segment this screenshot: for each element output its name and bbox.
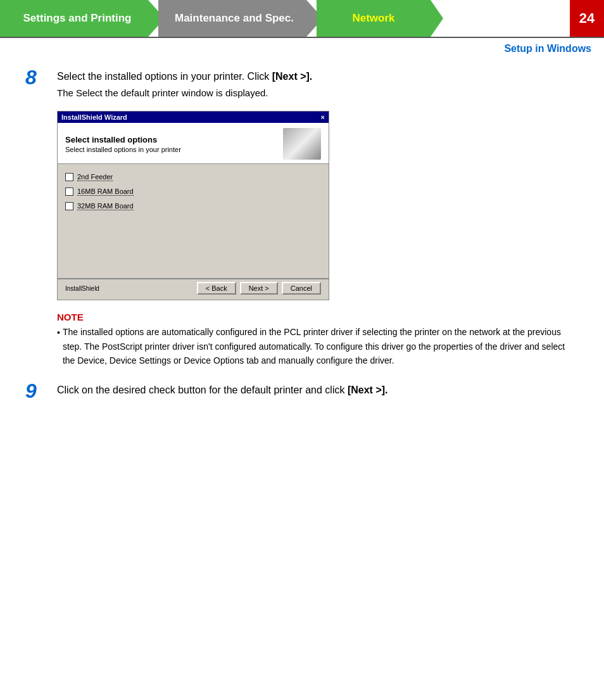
checkbox-row-3: 32MB RAM Board: [65, 202, 321, 210]
wizard-title-text: InstallShield Wizard: [61, 113, 127, 121]
step9-content: Click on the desired check button for th…: [57, 383, 579, 397]
step9-text-bold: [Next >].: [348, 385, 388, 395]
wizard-cancel-button[interactable]: Cancel: [282, 282, 321, 295]
note-bullet-dot: •: [57, 326, 60, 340]
main-content: 8 Select the installed options in your p…: [0, 57, 604, 414]
step9-text-part1: Click on the desired check button for th…: [57, 385, 348, 395]
step8-text: Select the installed options in your pri…: [57, 70, 579, 84]
tab-network-label: Network: [352, 12, 394, 25]
step8-number: 8: [25, 67, 57, 87]
wizard-footer-text: InstallShield: [65, 285, 99, 292]
wizard-next-button[interactable]: Next >: [240, 282, 278, 295]
wizard-screenshot: InstallShield Wizard × Select installed …: [57, 111, 329, 300]
setup-title: Setup in Windows: [0, 38, 604, 57]
page-number: 24: [570, 0, 604, 37]
note-bullet: • The installed options are automaticall…: [57, 325, 579, 367]
wizard-header-left: Select installed options Select installe…: [65, 135, 283, 153]
step8-text-bold: [Next >].: [272, 71, 313, 82]
header: Settings and Printing Maintenance and Sp…: [0, 0, 604, 38]
step8-content: Select the installed options in your pri…: [57, 70, 579, 99]
tab-maintenance[interactable]: Maintenance and Spec.: [158, 0, 323, 37]
step9-text: Click on the desired check button for th…: [57, 383, 579, 397]
note-bullet-text: The installed options are automatically …: [63, 325, 579, 367]
step9-row: 9 Click on the desired check button for …: [25, 383, 579, 401]
checkbox-2nd-feeder-label: 2nd Feeder: [77, 173, 113, 181]
tab-settings-label: Settings and Printing: [23, 12, 132, 25]
wizard-header-area: Select installed options Select installe…: [58, 123, 329, 164]
step9-number: 9: [25, 381, 57, 401]
wizard-back-button[interactable]: < Back: [197, 282, 236, 295]
wizard-header-subtitle: Select installed options in your printer: [65, 146, 283, 153]
checkbox-row-1: 2nd Feeder: [65, 173, 321, 181]
wizard-close-icon[interactable]: ×: [321, 113, 325, 121]
wizard-header-image: [283, 128, 321, 160]
note-section: NOTE • The installed options are automat…: [57, 312, 579, 367]
checkbox-16mb[interactable]: [65, 188, 73, 196]
wizard-titlebar: InstallShield Wizard ×: [58, 111, 329, 123]
tab-network[interactable]: Network: [317, 0, 443, 37]
wizard-options-area: 2nd Feeder 16MB RAM Board 32MB RAM Board: [58, 164, 329, 278]
note-title: NOTE: [57, 312, 579, 322]
checkbox-32mb-label: 32MB RAM Board: [77, 202, 134, 210]
wizard-buttons: < Back Next > Cancel: [197, 282, 321, 295]
checkbox-16mb-label: 16MB RAM Board: [77, 188, 134, 196]
step8-text-part1: Select the installed options in your pri…: [57, 71, 272, 82]
checkbox-2nd-feeder[interactable]: [65, 173, 73, 181]
step8-subtext: The Select the default printer window is…: [57, 86, 579, 99]
tab-maintenance-label: Maintenance and Spec.: [175, 12, 294, 25]
checkbox-32mb[interactable]: [65, 202, 73, 210]
wizard-header-title: Select installed options: [65, 135, 283, 144]
checkbox-row-2: 16MB RAM Board: [65, 188, 321, 196]
tab-settings[interactable]: Settings and Printing: [0, 0, 165, 37]
wizard-footer: InstallShield < Back Next > Cancel: [58, 279, 329, 300]
step8-row: 8 Select the installed options in your p…: [25, 70, 579, 99]
wizard-body: Select installed options Select installe…: [58, 123, 329, 300]
